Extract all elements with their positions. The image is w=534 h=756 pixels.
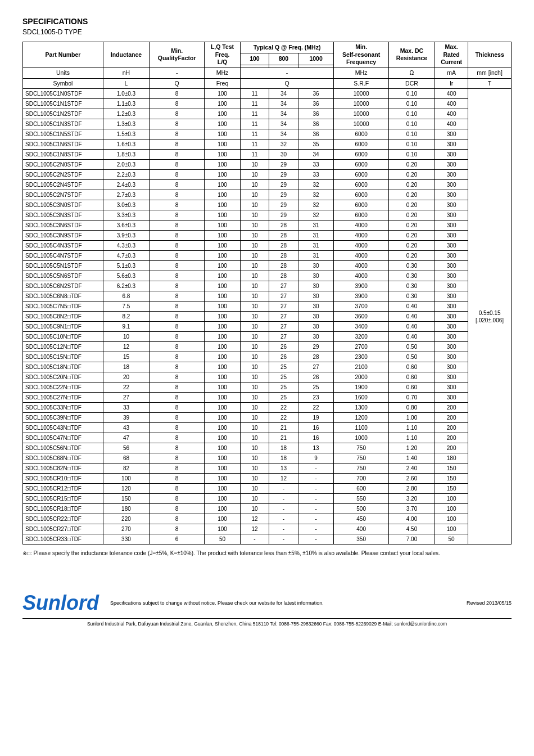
table-row: SDCL1005C5N6STDF5.6±0.3810010283040000.3… — [23, 271, 512, 281]
cell-q-100: 11 — [240, 140, 269, 150]
units-mm: mm [inch] — [468, 68, 512, 78]
cell-inductance: 68 — [103, 453, 149, 464]
cell-max-dc: 0.20 — [388, 170, 435, 180]
cell-q-800: 21 — [269, 433, 298, 443]
cell-inductance: 27 — [103, 393, 149, 403]
cell-min-q: 8 — [150, 464, 205, 474]
cell-lq-freq: 100 — [205, 220, 240, 231]
cell-max-dc: 0.30 — [388, 261, 435, 271]
cell-q-100: - — [240, 534, 269, 544]
cell-max-dc: 0.20 — [388, 180, 435, 190]
cell-q-1000: 31 — [298, 251, 334, 261]
cell-q-800: 27 — [269, 291, 298, 302]
table-row: SDCL1005C1N1STDF1.1±0.38100113436100000.… — [23, 99, 512, 109]
cell-q-800: 25 — [269, 393, 298, 403]
cell-inductance: 82 — [103, 464, 149, 474]
cell-q-1000: 29 — [298, 342, 334, 352]
cell-min-q: 8 — [150, 129, 205, 140]
cell-max-dc: 0.10 — [388, 150, 435, 160]
cell-max-dc: 3.20 — [388, 494, 435, 504]
cell-min-q: 8 — [150, 302, 205, 312]
table-row: SDCL1005C56N□TDF5681001018137501.20200 — [23, 443, 512, 453]
cell-min-q: 8 — [150, 312, 205, 322]
cell-part-number: SDCL1005C3N0STDF — [23, 200, 103, 210]
cell-q-1000: 26 — [298, 372, 334, 382]
table-row: SDCL1005C4N7STDF4.7±0.3810010283140000.2… — [23, 251, 512, 261]
cell-q-100: 10 — [240, 372, 269, 382]
cell-min-q: 8 — [150, 281, 205, 291]
cell-min-q: 8 — [150, 251, 205, 261]
col-q-1000: 1000 — [298, 53, 334, 65]
cell-part-number: SDCL1005CR15□TDF — [23, 494, 103, 504]
cell-max-rated: 300 — [435, 170, 468, 180]
cell-part-number: SDCL1005CR10□TDF — [23, 474, 103, 484]
table-row: SDCL1005C9N1□TDF9.1810010273034000.40300 — [23, 322, 512, 332]
cell-q-800: - — [269, 524, 298, 534]
cell-q-100: 11 — [240, 119, 269, 129]
cell-max-dc: 0.20 — [388, 220, 435, 231]
cell-q-800: 27 — [269, 281, 298, 291]
cell-min-srf: 6000 — [334, 210, 388, 220]
cell-min-q: 8 — [150, 514, 205, 524]
cell-q-800: - — [269, 484, 298, 494]
table-row: SDCL1005C22N□TDF22810010252519000.60300 — [23, 382, 512, 393]
cell-q-800: 12 — [269, 474, 298, 484]
table-row: SDCL1005C3N6STDF3.6±0.3810010283140000.2… — [23, 220, 512, 231]
cell-min-q: 8 — [150, 231, 205, 241]
table-row: SDCL1005C1N2STDF1.2±0.38100113436100000.… — [23, 109, 512, 119]
cell-max-rated: 300 — [435, 281, 468, 291]
cell-inductance: 2.0±0.3 — [103, 160, 149, 170]
cell-q-800: 28 — [269, 220, 298, 231]
cell-q-100: 10 — [240, 433, 269, 443]
cell-q-800: 26 — [269, 342, 298, 352]
cell-max-rated: 300 — [435, 332, 468, 342]
cell-inductance: 43 — [103, 423, 149, 433]
cell-part-number: SDCL1005C33N□TDF — [23, 403, 103, 413]
cell-max-rated: 300 — [435, 393, 468, 403]
cell-q-100: 10 — [240, 464, 269, 474]
cell-thickness: 0.5±0.15[.020±.006] — [468, 89, 512, 544]
cell-part-number: SDCL1005C3N6STDF — [23, 220, 103, 231]
table-row: SDCL1005C1N3STDF1.3±0.38100113436100000.… — [23, 119, 512, 129]
cell-min-q: 8 — [150, 362, 205, 372]
cell-inductance: 6.2±0.3 — [103, 281, 149, 291]
units-ohm: Ω — [388, 68, 435, 78]
cell-part-number: SDCL1005C18N□TDF — [23, 362, 103, 372]
cell-max-rated: 150 — [435, 464, 468, 474]
cell-q-800: 29 — [269, 210, 298, 220]
cell-lq-freq: 100 — [205, 382, 240, 393]
cell-part-number: SDCL1005C68N□TDF — [23, 453, 103, 464]
footnote: ※□: Please specify the inductance tolera… — [22, 549, 512, 557]
cell-min-q: 6 — [150, 534, 205, 544]
cell-q-1000: 22 — [298, 403, 334, 413]
cell-max-rated: 50 — [435, 534, 468, 544]
cell-q-100: 12 — [240, 524, 269, 534]
cell-inductance: 3.0±0.3 — [103, 200, 149, 210]
table-row: SDCL1005C2N4STDF2.4±0.3810010293260000.2… — [23, 180, 512, 190]
table-row: SDCL1005C1N8STDF1.8±0.3810011303460000.1… — [23, 150, 512, 160]
cell-max-dc: 0.20 — [388, 200, 435, 210]
cell-inductance: 270 — [103, 524, 149, 534]
cell-lq-freq: 100 — [205, 352, 240, 362]
cell-part-number: SDCL1005C7N5□TDF — [23, 302, 103, 312]
cell-lq-freq: 100 — [205, 312, 240, 322]
cell-max-rated: 300 — [435, 220, 468, 231]
table-row: SDCL1005C43N□TDF43810010211611001.10200 — [23, 423, 512, 433]
cell-min-srf: 3600 — [334, 312, 388, 322]
table-row: SDCL1005C3N9STDF3.9±0.3810010283140000.2… — [23, 231, 512, 241]
cell-part-number: SDCL1005C9N1□TDF — [23, 322, 103, 332]
cell-min-q: 8 — [150, 180, 205, 190]
cell-inductance: 2.4±0.3 — [103, 180, 149, 190]
cell-lq-freq: 100 — [205, 443, 240, 453]
cell-q-800: 29 — [269, 180, 298, 190]
cell-q-1000: 31 — [298, 241, 334, 251]
cell-max-rated: 300 — [435, 291, 468, 302]
cell-min-q: 8 — [150, 393, 205, 403]
symbol-ir: Ir — [435, 78, 468, 89]
cell-inductance: 22 — [103, 382, 149, 393]
cell-inductance: 5.6±0.3 — [103, 271, 149, 281]
cell-min-q: 8 — [150, 474, 205, 484]
cell-min-srf: 10000 — [334, 89, 388, 99]
cell-inductance: 47 — [103, 433, 149, 443]
cell-min-srf: 600 — [334, 484, 388, 494]
